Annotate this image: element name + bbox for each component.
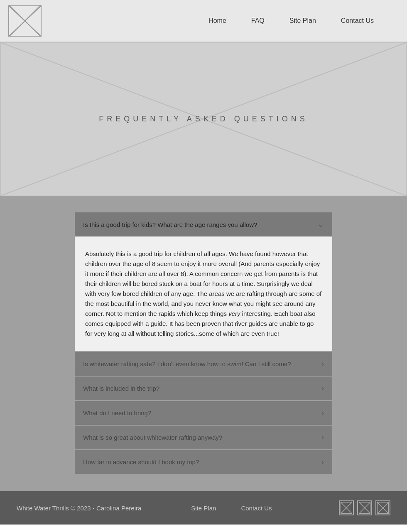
nav-site-plan[interactable]: Site Plan <box>289 17 316 24</box>
accordion-item-4: What do I need to bring? › <box>75 401 332 425</box>
accordion-question-6: How far in advance should I book my trip… <box>83 458 199 466</box>
accordion-question-2: Is whitewater rafting safe? I don't even… <box>83 360 291 367</box>
logo[interactable] <box>8 5 42 37</box>
chevron-right-icon-5: › <box>321 433 324 442</box>
footer-site-plan[interactable]: Site Plan <box>191 505 216 512</box>
footer-social <box>339 500 390 515</box>
chevron-right-icon-6: › <box>321 458 324 466</box>
chevron-right-icon-4: › <box>321 409 324 417</box>
accordion-header-5[interactable]: What is so great about whitewater raftin… <box>75 426 332 449</box>
faq-section: Is this a good trip for kids? What are t… <box>0 196 407 491</box>
accordion-item-3: What is included in the trip? › <box>75 377 332 400</box>
hero-title: FREQUENTLY ASKED QUESTIONS <box>99 115 308 123</box>
accordion-question-5: What is so great about whitewater raftin… <box>83 434 222 441</box>
accordion-question-4: What do I need to bring? <box>83 409 151 416</box>
accordion-header-3[interactable]: What is included in the trip? › <box>75 377 332 400</box>
chevron-down-icon-1: ⌄ <box>318 220 324 229</box>
footer-contact-us[interactable]: Contact Us <box>241 505 272 512</box>
accordion-header-2[interactable]: Is whitewater rafting safe? I don't even… <box>75 352 332 376</box>
facebook-icon[interactable] <box>339 500 354 515</box>
accordion-body-1: Absolutely this is a good trip for child… <box>75 236 332 351</box>
chevron-right-icon-2: › <box>321 360 324 368</box>
nav-links: Home FAQ Site Plan Contact Us <box>208 17 374 25</box>
nav-contact-us[interactable]: Contact Us <box>341 17 374 24</box>
nav-faq[interactable]: FAQ <box>251 17 265 24</box>
footer-links: Site Plan Contact Us <box>191 505 272 512</box>
accordion-header-4[interactable]: What do I need to bring? › <box>75 401 332 425</box>
twitter-icon[interactable] <box>357 500 372 515</box>
accordion-item-6: How far in advance should I book my trip… <box>75 450 332 474</box>
footer: White Water Thrills © 2023 - Carolina Pe… <box>0 491 407 525</box>
instagram-icon[interactable] <box>375 500 390 515</box>
accordion-question-1: Is this a good trip for kids? What are t… <box>83 221 257 228</box>
accordion-header-1[interactable]: Is this a good trip for kids? What are t… <box>75 212 332 236</box>
accordion-answer-1: Absolutely this is a good trip for child… <box>85 249 322 339</box>
accordion-header-6[interactable]: How far in advance should I book my trip… <box>75 450 332 474</box>
accordion-question-3: What is included in the trip? <box>83 385 159 392</box>
faq-container: Is this a good trip for kids? What are t… <box>75 212 332 474</box>
nav-home[interactable]: Home <box>208 17 226 24</box>
chevron-right-icon-3: › <box>321 384 324 393</box>
footer-copyright: White Water Thrills © 2023 - Carolina Pe… <box>17 505 141 512</box>
hero-banner: FREQUENTLY ASKED QUESTIONS <box>0 42 407 196</box>
svg-line-1 <box>9 6 41 36</box>
accordion-item-1: Is this a good trip for kids? What are t… <box>75 212 332 351</box>
navbar: Home FAQ Site Plan Contact Us <box>0 0 407 42</box>
accordion-item-2: Is whitewater rafting safe? I don't even… <box>75 352 332 376</box>
accordion-item-5: What is so great about whitewater raftin… <box>75 426 332 449</box>
